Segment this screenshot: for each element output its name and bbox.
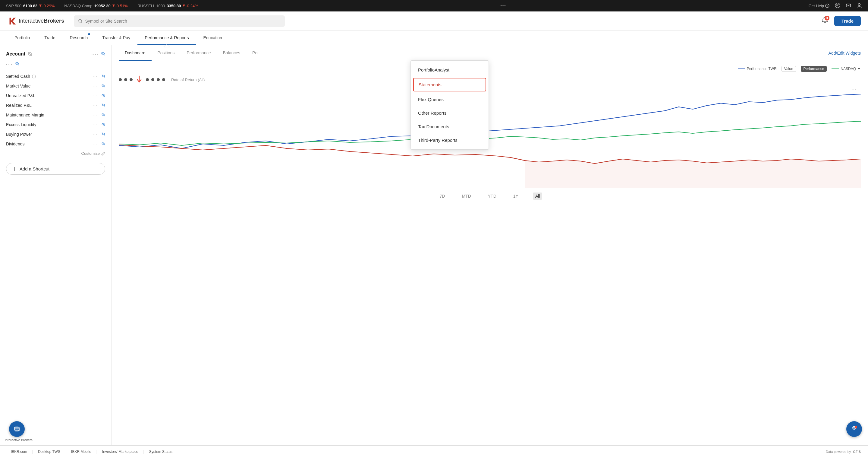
legend-line-green xyxy=(832,68,839,69)
loading-dot-6 xyxy=(157,78,160,81)
sub-tab-dashboard[interactable]: Dashboard xyxy=(119,45,152,61)
footer-system-status[interactable]: System Status xyxy=(146,450,176,454)
market-value-dots[interactable]: ···· xyxy=(93,84,99,88)
unrealized-pl-dots[interactable]: ···· xyxy=(93,93,99,98)
customize-label: Customize xyxy=(82,151,100,156)
ticker-sp500: S&P 500 6100.82 -0.29% xyxy=(6,4,55,8)
svg-point-5 xyxy=(835,3,840,8)
dropdown-other-reports[interactable]: Other Reports xyxy=(411,106,489,120)
footer-ibkr-mobile[interactable]: IBKR Mobile xyxy=(67,450,95,454)
performance-button[interactable]: Performance xyxy=(801,66,827,72)
dropdown-tax-documents[interactable]: Tax Documents xyxy=(411,120,489,133)
excess-liquidity-label: Excess Liquidity xyxy=(6,122,93,127)
dividends-right: ···· xyxy=(93,142,105,146)
sidebar-item-maintenance-margin[interactable]: Maintenance Margin ···· xyxy=(0,110,111,120)
sidebar-item-excess-liquidity[interactable]: Excess Liquidity ···· xyxy=(0,120,111,130)
sidebar-item-settled-cash[interactable]: Settled Cash i ···· xyxy=(0,72,111,81)
dropdown-third-party-reports[interactable]: Third-Party Reports xyxy=(411,133,489,147)
dropdown-menu: PortfolioAnalyst Statements Flex Queries… xyxy=(410,60,489,150)
dividends-hide[interactable] xyxy=(101,142,105,146)
chat-nav-icon[interactable] xyxy=(835,3,840,9)
customize-row[interactable]: Customize xyxy=(0,149,111,158)
account-hide-icon[interactable] xyxy=(101,52,105,57)
svg-point-7 xyxy=(858,3,860,5)
rate-of-return-arrow xyxy=(136,76,142,84)
ticker-bar: S&P 500 6100.82 -0.29% NASDAQ Comp 19952… xyxy=(0,0,868,11)
add-edit-widgets-button[interactable]: Add/Edit Widgets xyxy=(829,51,861,56)
search-input[interactable] xyxy=(85,19,281,24)
account-sub-dots[interactable]: ···· xyxy=(6,62,13,66)
realized-pl-hide[interactable] xyxy=(101,103,105,108)
maintenance-margin-label: Maintenance Margin xyxy=(6,113,93,117)
unrealized-pl-hide[interactable] xyxy=(101,93,105,98)
nav-transfer[interactable]: Transfer & Pay xyxy=(95,31,137,45)
excess-liquidity-dots[interactable]: ···· xyxy=(93,122,99,127)
maintenance-margin-dots[interactable]: ···· xyxy=(93,113,99,117)
notification-bell[interactable]: 3 xyxy=(820,16,830,26)
search-bar[interactable] xyxy=(74,16,285,27)
chat-label: Interactive Brokers xyxy=(5,438,33,442)
notification-fab[interactable]: ! xyxy=(846,421,862,437)
maintenance-margin-hide[interactable] xyxy=(101,113,105,117)
nav-trade[interactable]: Trade xyxy=(37,31,62,45)
dropdown-portfolioanalyst[interactable]: PortfolioAnalyst xyxy=(411,63,489,77)
realized-pl-dots[interactable]: ···· xyxy=(93,103,99,107)
nav-research[interactable]: Research xyxy=(62,31,95,45)
account-visibility-icon[interactable] xyxy=(28,52,33,56)
account-sub-hide[interactable] xyxy=(15,61,19,67)
trade-button[interactable]: Trade xyxy=(834,16,861,26)
chat-fab[interactable] xyxy=(9,421,25,437)
buying-power-hide[interactable] xyxy=(101,132,105,137)
sidebar-item-market-value[interactable]: Market Value ···· xyxy=(0,81,111,91)
logo[interactable]: InteractiveBrokers xyxy=(7,17,64,26)
nav-education[interactable]: Education xyxy=(196,31,229,45)
get-help-link[interactable]: Get Help ? xyxy=(809,4,830,8)
sub-tab-po[interactable]: Po... xyxy=(246,45,267,61)
settled-cash-hide[interactable] xyxy=(101,74,105,79)
svg-marker-25 xyxy=(858,68,860,70)
settled-cash-dots[interactable]: ···· xyxy=(93,74,99,79)
sidebar-item-unrealized-pl[interactable]: Unrealized P&L ···· xyxy=(0,91,111,101)
buying-power-dots[interactable]: ···· xyxy=(93,132,99,136)
ticker-sp500-value: 6100.82 xyxy=(23,4,37,8)
nasdaq-dropdown-icon[interactable] xyxy=(857,67,861,70)
chart-line-green xyxy=(119,121,861,145)
user-icon[interactable] xyxy=(857,3,862,9)
account-more-dots[interactable]: ···· xyxy=(91,52,98,56)
chart-dots-7[interactable]: ··· xyxy=(852,87,857,92)
ticker-more[interactable]: ••• xyxy=(500,4,506,8)
svg-text:?: ? xyxy=(827,4,828,7)
time-filter-1y[interactable]: 1Y xyxy=(511,193,521,200)
sidebar-item-buying-power[interactable]: Buying Power ···· xyxy=(0,130,111,139)
sub-tab-positions[interactable]: Positions xyxy=(152,45,181,61)
footer-desktop-tws[interactable]: Desktop TWS xyxy=(34,450,64,454)
sub-tab-performance[interactable]: Performance xyxy=(181,45,217,61)
plus-icon xyxy=(12,167,17,171)
excess-liquidity-hide[interactable] xyxy=(101,122,105,127)
sub-tab-balances[interactable]: Balances xyxy=(217,45,246,61)
sidebar-item-dividends[interactable]: Dividends ···· xyxy=(0,139,111,149)
footer-powered-by: Data powered by xyxy=(826,450,851,454)
mail-icon[interactable] xyxy=(846,3,851,9)
time-filter-mtd[interactable]: MTD xyxy=(459,193,473,200)
footer-ibkr[interactable]: IBKR.com xyxy=(7,450,31,454)
time-filter-all[interactable]: All xyxy=(533,193,542,200)
ticker-russell-value: 3350.80 xyxy=(167,4,181,8)
sidebar-item-realized-pl[interactable]: Realized P&L ···· xyxy=(0,101,111,110)
dropdown-statements[interactable]: Statements xyxy=(413,78,486,91)
time-filter-ytd[interactable]: YTD xyxy=(486,193,499,200)
sidebar: Account ···· ···· xyxy=(0,45,112,445)
sub-tabs: Dashboard Positions Performance Balances… xyxy=(112,45,868,61)
legend-performance-twr: Performance TWR xyxy=(738,67,777,71)
footer-investors-marketplace[interactable]: Investors' Marketplace xyxy=(98,450,142,454)
value-button[interactable]: Value xyxy=(781,66,796,72)
sidebar-sub-row: ···· xyxy=(0,61,111,72)
ticker-russell: RUSSELL 1000 3350.80 -0.24% xyxy=(137,4,198,8)
market-value-hide[interactable] xyxy=(101,84,105,88)
add-shortcut-button[interactable]: Add a Shortcut xyxy=(6,163,105,175)
dropdown-flex-queries[interactable]: Flex Queries xyxy=(411,93,489,106)
nav-performance[interactable]: Performance & Reports xyxy=(137,31,196,45)
dividends-dots[interactable]: ···· xyxy=(93,142,99,146)
nav-portfolio[interactable]: Portfolio xyxy=(7,31,37,45)
time-filter-7d[interactable]: 7D xyxy=(437,193,447,200)
